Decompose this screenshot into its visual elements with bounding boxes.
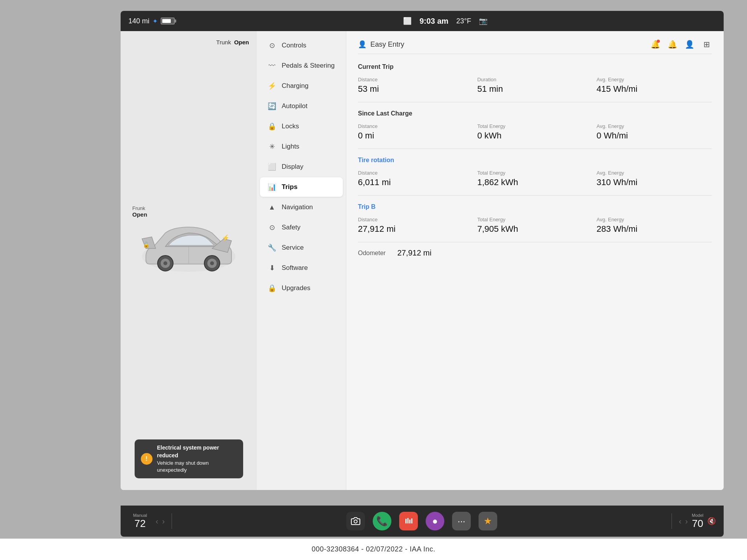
taskbar-apps-button[interactable]: ··· xyxy=(452,512,471,530)
slc-energy-metric: Total Energy 0 kWh xyxy=(477,123,593,141)
trips-panel: 👤 Easy Entry 🔔 🔔 👤 ⊞ C xyxy=(346,31,724,490)
car-image-area: Frunk Open xyxy=(128,49,249,439)
window-icon: ⬜ xyxy=(403,17,412,25)
taskbar-phone-button[interactable]: 📞 xyxy=(373,512,391,530)
odometer-label: Odometer xyxy=(358,250,386,257)
sidebar: ⊙ Controls 〰 Pedals & Steering ⚡ Chargin… xyxy=(257,31,346,490)
warning-subtitle: Vehicle may shut down unexpectedly xyxy=(157,460,237,474)
taskbar-right-temp: Model 70 xyxy=(692,513,703,530)
sidebar-item-autopilot[interactable]: 🔄 Autopilot xyxy=(260,96,343,116)
tr-avg-energy-value: 310 Wh/mi xyxy=(596,177,712,187)
divider-2 xyxy=(358,149,712,149)
software-label: Software xyxy=(282,264,308,272)
volume-icon: 🔇 xyxy=(707,517,716,525)
time-display: 9:03 am xyxy=(419,17,449,26)
trip-b-title[interactable]: Trip B xyxy=(358,203,712,210)
trunk-value-top: Open xyxy=(234,39,249,46)
tr-distance-label: Distance xyxy=(358,170,473,176)
volume-control[interactable]: 🔇 xyxy=(707,517,716,525)
right-temp-label: Model xyxy=(692,513,703,518)
slc-energy-value: 0 kWh xyxy=(477,131,593,141)
tr-energy-value: 1,862 kWh xyxy=(477,177,593,187)
easy-entry: 👤 Easy Entry xyxy=(358,40,404,49)
sidebar-item-locks[interactable]: 🔒 Locks xyxy=(260,117,343,136)
taskbar-dot-button[interactable]: ● xyxy=(426,512,444,530)
sidebar-item-pedals[interactable]: 〰 Pedals & Steering xyxy=(260,56,343,75)
charging-label: Charging xyxy=(282,82,309,90)
battery-indicator xyxy=(161,18,175,24)
sidebar-item-upgrades[interactable]: 🔒 Upgrades xyxy=(260,278,343,298)
svg-point-10 xyxy=(354,520,357,523)
taskbar-star-button[interactable]: ★ xyxy=(479,512,497,530)
svg-point-6 xyxy=(210,261,214,265)
grid-icon[interactable]: ⊞ xyxy=(701,39,712,50)
sidebar-item-trips[interactable]: 📊 Trips xyxy=(260,177,343,197)
locks-label: Locks xyxy=(282,122,299,130)
camera-icon: 📷 xyxy=(479,17,487,25)
car-status-top: Trunk Open xyxy=(216,39,249,46)
service-icon: 🔧 xyxy=(268,243,276,252)
slc-distance-metric: Distance 0 mi xyxy=(358,123,473,141)
current-duration-label: Duration xyxy=(477,77,593,82)
lights-label: Lights xyxy=(282,143,299,150)
slc-avg-energy-metric: Avg. Energy 0 Wh/mi xyxy=(596,123,712,141)
software-icon: ⬇ xyxy=(268,264,276,272)
tb-distance-value: 27,912 mi xyxy=(358,224,473,234)
nav-forward-icon[interactable]: › xyxy=(685,517,688,526)
odometer-value: 27,912 mi xyxy=(397,248,431,257)
pedals-label: Pedals & Steering xyxy=(282,62,335,70)
car-illustration: ⚡ 🔓 xyxy=(134,210,243,280)
taskbar-music-button[interactable] xyxy=(399,512,418,530)
current-energy-metric: Avg. Energy 415 Wh/mi xyxy=(596,77,712,94)
since-last-charge-section: Since Last Charge Distance 0 mi Total En… xyxy=(358,110,712,141)
tr-avg-energy-metric: Avg. Energy 310 Wh/mi xyxy=(596,170,712,187)
nav-back-icon[interactable]: ‹ xyxy=(679,517,682,526)
svg-rect-13 xyxy=(409,520,410,523)
sidebar-item-lights[interactable]: ✳ Lights xyxy=(260,137,343,156)
display-icon: ⬜ xyxy=(268,163,276,171)
current-distance-metric: Distance 53 mi xyxy=(358,77,473,94)
svg-rect-14 xyxy=(411,518,412,523)
sidebar-item-safety[interactable]: ⊙ Safety xyxy=(260,218,343,237)
sidebar-item-software[interactable]: ⬇ Software xyxy=(260,258,343,278)
taskbar-left-temp: Manual 72 xyxy=(128,513,152,530)
sidebar-item-display[interactable]: ⬜ Display xyxy=(260,157,343,177)
bell-icon[interactable]: 🔔 xyxy=(667,39,678,50)
taskbar-icons: 📞 ● ··· ★ xyxy=(179,512,664,530)
taskbar-camera-button[interactable] xyxy=(346,512,365,530)
slc-distance-label: Distance xyxy=(358,123,473,129)
safety-label: Safety xyxy=(282,224,300,231)
easy-entry-label: Easy Entry xyxy=(370,40,404,49)
sidebar-item-navigation[interactable]: ▲ Navigation xyxy=(260,198,343,217)
tr-energy-label: Total Energy xyxy=(477,170,593,176)
controls-label: Controls xyxy=(282,42,306,49)
mileage-display: 140 mi xyxy=(128,17,149,25)
warning-icon: ! xyxy=(141,453,153,465)
slc-energy-label: Total Energy xyxy=(477,123,593,129)
sidebar-item-service[interactable]: 🔧 Service xyxy=(260,238,343,257)
photo-frame: 140 mi ✦ ⬜ 9:03 am 23°F 📷 Trunk Ope xyxy=(0,0,747,560)
sidebar-item-controls[interactable]: ⊙ Controls xyxy=(260,36,343,55)
odometer-row: Odometer 27,912 mi xyxy=(358,242,712,257)
sidebar-item-charging[interactable]: ⚡ Charging xyxy=(260,76,343,96)
car-panel: Trunk Open Frunk Open xyxy=(121,31,257,490)
since-last-charge-title: Since Last Charge xyxy=(358,110,712,117)
person-icon[interactable]: 👤 xyxy=(684,39,695,50)
frunk-value: Open xyxy=(132,211,147,218)
warning-text: Electrical system power reduced Vehicle … xyxy=(157,444,237,474)
tr-avg-energy-label: Avg. Energy xyxy=(596,170,712,176)
alert-icon[interactable]: 🔔 xyxy=(650,39,661,50)
taskbar-divider-1 xyxy=(172,513,172,529)
current-trip-grid: Distance 53 mi Duration 51 min Avg. Ener… xyxy=(358,77,712,94)
arrow-right-icon[interactable]: › xyxy=(162,517,165,526)
svg-text:🔓: 🔓 xyxy=(143,242,150,248)
taskbar-divider-2 xyxy=(672,513,672,529)
lights-icon: ✳ xyxy=(268,142,276,151)
tire-rotation-title[interactable]: Tire rotation xyxy=(358,157,712,164)
trip-b-grid: Distance 27,912 mi Total Energy 7,905 kW… xyxy=(358,217,712,234)
svg-text:⚡: ⚡ xyxy=(222,234,230,242)
tire-rotation-grid: Distance 6,011 mi Total Energy 1,862 kWh… xyxy=(358,170,712,187)
id-text: 000-32308364 - 02/07/2022 - IAA Inc. xyxy=(312,545,435,553)
arrow-left-icon[interactable]: ‹ xyxy=(156,517,158,526)
id-bar: 000-32308364 - 02/07/2022 - IAA Inc. xyxy=(0,539,747,560)
